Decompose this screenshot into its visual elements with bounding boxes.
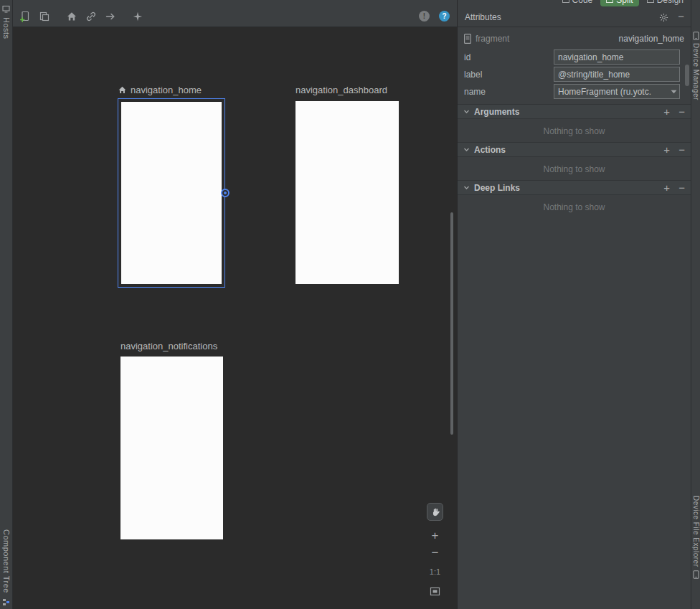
split-icon: [606, 0, 613, 3]
zoom-level-button[interactable]: 1:1: [427, 567, 443, 576]
add-argument-button[interactable]: +: [663, 105, 670, 119]
fragment-dashboard-label-text: navigation_dashboard: [295, 85, 387, 95]
id-input[interactable]: [554, 49, 680, 65]
start-destination-home-icon: [118, 85, 127, 95]
gear-icon[interactable]: [659, 13, 668, 22]
device-file-explorer-icon: [693, 570, 699, 579]
chevron-down-icon: [463, 146, 470, 153]
section-deep-links-header[interactable]: Deep Links + −: [458, 180, 691, 195]
section-title: Actions: [474, 145, 506, 155]
add-deep-link-button[interactable]: +: [663, 181, 670, 195]
help-icon: ?: [439, 11, 450, 22]
label-input[interactable]: [554, 67, 680, 82]
fragment-notifications-label-text: navigation_notifications: [120, 341, 217, 351]
group-destinations-icon: [39, 11, 50, 22]
toolbar-left-group: [19, 10, 144, 23]
group-destinations-button[interactable]: [38, 10, 51, 23]
empty-message: Nothing to show: [458, 202, 691, 212]
fragment-icon: [464, 34, 471, 44]
warnings-button[interactable]: !: [418, 10, 430, 22]
hosts-icon: [2, 5, 10, 13]
device-manager-tab[interactable]: Device Manager: [692, 43, 700, 100]
action-arrow-icon: [105, 11, 116, 22]
handle-dot: [224, 192, 227, 194]
remove-argument-button[interactable]: −: [678, 105, 685, 119]
hide-panel-button[interactable]: −: [678, 10, 684, 22]
attributes-header: Attributes −: [458, 9, 691, 27]
section-arguments: Arguments + − Nothing to show: [458, 104, 691, 143]
tab-design[interactable]: Design: [644, 0, 686, 6]
hosts-tab[interactable]: Hosts: [2, 17, 11, 39]
link-icon: [85, 11, 97, 22]
fit-screen-icon: [430, 586, 440, 597]
remove-action-button[interactable]: −: [678, 143, 685, 157]
tab-design-label: Design: [657, 0, 684, 5]
home-icon: [66, 11, 77, 22]
design-surface[interactable]: navigation_home navigation_dashboard nav…: [13, 27, 457, 609]
tab-split[interactable]: Split: [600, 0, 638, 6]
navigation-toolbar: ! ?: [13, 0, 457, 27]
pan-button[interactable]: [427, 503, 443, 521]
tab-code[interactable]: Code: [559, 0, 596, 6]
android-studio-navigation-editor: { "colors": { "accent_blue": "#4f83ee", …: [0, 0, 700, 609]
attributes-scrollbar[interactable]: [685, 65, 689, 86]
tab-code-label: Code: [572, 0, 593, 5]
left-tool-strip: Hosts Component Tree: [0, 0, 13, 609]
name-dropdown[interactable]: HomeFragment (ru.yotc.: [554, 84, 680, 99]
right-tool-strip: Device Manager Device File Explorer: [691, 0, 700, 609]
empty-message: Nothing to show: [458, 126, 691, 136]
fragment-dashboard[interactable]: [295, 101, 399, 284]
fragment-dashboard-label[interactable]: navigation_dashboard: [295, 84, 387, 96]
fragment-home-preview: [121, 102, 222, 284]
remove-deep-link-button[interactable]: −: [678, 181, 685, 195]
component-id-value: navigation_home: [619, 34, 684, 44]
name-dropdown-value: HomeFragment (ru.yotc.: [554, 87, 668, 97]
toolbar-right-group: ! ?: [418, 10, 450, 22]
id-field-label: id: [464, 50, 470, 65]
editor-mode-tabs: Code Split Design: [559, 0, 686, 7]
action-button[interactable]: [104, 10, 117, 23]
selected-component-row: fragment navigation_home: [464, 32, 684, 44]
component-tree-icon: [2, 598, 10, 606]
section-arguments-header[interactable]: Arguments + −: [458, 104, 691, 119]
component-tree-tab[interactable]: Component Tree: [2, 529, 11, 593]
fragment-notifications-label[interactable]: navigation_notifications: [120, 340, 217, 352]
fragment-notifications[interactable]: [120, 357, 223, 539]
chevron-down-icon: [463, 184, 470, 191]
new-destination-icon: [19, 11, 31, 22]
canvas-scrollbar[interactable]: [450, 212, 453, 435]
zoom-to-fit-button[interactable]: [430, 586, 440, 597]
chevron-down-icon: [463, 108, 470, 115]
deep-link-button[interactable]: [85, 10, 98, 23]
label-field-label: label: [464, 67, 482, 82]
device-manager-icon: [693, 32, 699, 40]
fragment-home-label[interactable]: navigation_home: [118, 84, 202, 96]
tab-split-label: Split: [616, 0, 633, 5]
design-icon: [647, 0, 654, 3]
assign-start-destination-button[interactable]: [65, 10, 78, 23]
help-button[interactable]: ?: [438, 10, 450, 22]
section-actions: Actions + − Nothing to show: [458, 142, 691, 181]
chevron-down-icon: [668, 85, 679, 98]
fragment-home[interactable]: [118, 98, 225, 288]
device-file-explorer-tab[interactable]: Device File Explorer: [692, 496, 700, 567]
zoom-out-button[interactable]: −: [427, 547, 443, 560]
component-type-label: fragment: [476, 34, 509, 44]
section-title: Deep Links: [474, 183, 520, 193]
section-deep-links: Deep Links + − Nothing to show: [458, 180, 691, 219]
section-actions-header[interactable]: Actions + −: [458, 142, 691, 157]
warning-icon: !: [419, 11, 430, 22]
name-field-label: name: [464, 85, 486, 100]
section-title: Arguments: [474, 107, 519, 117]
auto-arrange-button[interactable]: [131, 10, 144, 23]
add-action-button[interactable]: +: [663, 143, 670, 157]
fragment-home-label-text: navigation_home: [131, 85, 202, 95]
code-icon: [562, 0, 569, 3]
zoom-in-button[interactable]: +: [427, 529, 443, 542]
hand-icon: [430, 507, 440, 517]
attributes-title: Attributes: [465, 9, 501, 27]
action-connection-handle[interactable]: [221, 189, 230, 197]
attributes-panel: Code Split Design Attributes − fragment …: [457, 0, 691, 609]
auto-arrange-icon: [132, 11, 143, 22]
new-destination-button[interactable]: [19, 10, 32, 23]
